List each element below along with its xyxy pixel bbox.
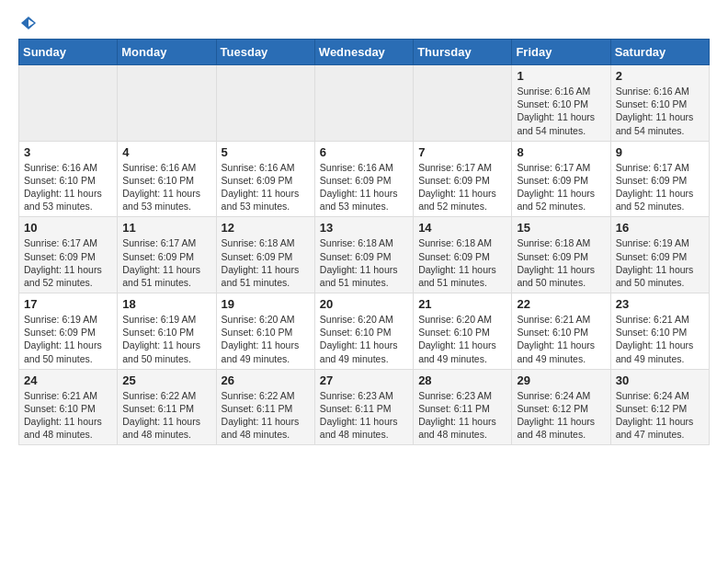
day-number: 3 [24, 145, 112, 159]
day-number: 30 [616, 373, 704, 387]
calendar-cell: 8Sunrise: 6:17 AMSunset: 6:09 PMDaylight… [512, 141, 610, 217]
cell-info: Sunrise: 6:23 AMSunset: 6:11 PMDaylight:… [320, 389, 408, 442]
calendar-cell: 9Sunrise: 6:17 AMSunset: 6:09 PMDaylight… [610, 141, 709, 217]
day-number: 19 [222, 297, 310, 311]
calendar-cell: 11Sunrise: 6:17 AMSunset: 6:09 PMDayligh… [118, 217, 216, 293]
day-number: 7 [418, 145, 506, 159]
day-number: 4 [122, 145, 210, 159]
cell-info: Sunrise: 6:23 AMSunset: 6:11 PMDaylight:… [418, 389, 506, 442]
calendar-cell: 12Sunrise: 6:18 AMSunset: 6:09 PMDayligh… [216, 217, 314, 293]
calendar-cell: 16Sunrise: 6:19 AMSunset: 6:09 PMDayligh… [610, 217, 709, 293]
calendar-cell: 25Sunrise: 6:22 AMSunset: 6:11 PMDayligh… [118, 369, 216, 445]
calendar-cell: 7Sunrise: 6:17 AMSunset: 6:09 PMDaylight… [414, 141, 512, 217]
day-number: 10 [24, 221, 112, 235]
calendar-cell: 6Sunrise: 6:16 AMSunset: 6:09 PMDaylight… [314, 141, 413, 217]
cell-info: Sunrise: 6:17 AMSunset: 6:09 PMDaylight:… [122, 236, 210, 289]
cell-info: Sunrise: 6:20 AMSunset: 6:10 PMDaylight:… [320, 313, 408, 365]
cell-info: Sunrise: 6:18 AMSunset: 6:09 PMDaylight:… [222, 236, 310, 289]
calendar-week-row: 3Sunrise: 6:16 AMSunset: 6:10 PMDaylight… [19, 141, 710, 217]
calendar-week-row: 17Sunrise: 6:19 AMSunset: 6:09 PMDayligh… [19, 293, 710, 370]
cell-info: Sunrise: 6:21 AMSunset: 6:10 PMDaylight:… [24, 389, 112, 442]
calendar-cell [118, 65, 216, 142]
weekday-header-row: SundayMondayTuesdayWednesdayThursdayFrid… [19, 40, 710, 65]
cell-info: Sunrise: 6:19 AMSunset: 6:09 PMDaylight:… [24, 313, 112, 365]
day-number: 13 [320, 221, 408, 235]
cell-info: Sunrise: 6:16 AMSunset: 6:09 PMDaylight:… [320, 161, 408, 213]
logo [18, 15, 37, 31]
day-number: 22 [517, 297, 605, 311]
calendar-cell [216, 65, 314, 142]
day-number: 18 [122, 297, 210, 311]
cell-info: Sunrise: 6:22 AMSunset: 6:11 PMDaylight:… [122, 389, 210, 442]
day-number: 27 [320, 373, 408, 387]
cell-info: Sunrise: 6:19 AMSunset: 6:09 PMDaylight:… [616, 236, 704, 289]
calendar-cell: 29Sunrise: 6:24 AMSunset: 6:12 PMDayligh… [512, 369, 610, 445]
cell-info: Sunrise: 6:19 AMSunset: 6:10 PMDaylight:… [122, 313, 210, 365]
calendar-cell: 28Sunrise: 6:23 AMSunset: 6:11 PMDayligh… [414, 369, 512, 445]
calendar-cell: 15Sunrise: 6:18 AMSunset: 6:09 PMDayligh… [512, 217, 610, 293]
logo-icon [20, 15, 37, 31]
calendar-cell: 24Sunrise: 6:21 AMSunset: 6:10 PMDayligh… [19, 369, 118, 445]
calendar-cell: 14Sunrise: 6:18 AMSunset: 6:09 PMDayligh… [414, 217, 512, 293]
calendar-week-row: 10Sunrise: 6:17 AMSunset: 6:09 PMDayligh… [19, 217, 710, 293]
day-number: 21 [418, 297, 506, 311]
calendar-cell: 20Sunrise: 6:20 AMSunset: 6:10 PMDayligh… [314, 293, 413, 370]
weekday-header-tuesday: Tuesday [216, 40, 314, 65]
day-number: 11 [122, 221, 210, 235]
calendar-cell: 1Sunrise: 6:16 AMSunset: 6:10 PMDaylight… [512, 65, 610, 142]
calendar-cell: 3Sunrise: 6:16 AMSunset: 6:10 PMDaylight… [19, 141, 118, 217]
day-number: 6 [320, 145, 408, 159]
calendar-cell: 18Sunrise: 6:19 AMSunset: 6:10 PMDayligh… [118, 293, 216, 370]
weekday-header-wednesday: Wednesday [314, 40, 413, 65]
weekday-header-saturday: Saturday [610, 40, 709, 65]
day-number: 25 [122, 373, 210, 387]
cell-info: Sunrise: 6:16 AMSunset: 6:10 PMDaylight:… [24, 161, 112, 213]
calendar-cell: 30Sunrise: 6:24 AMSunset: 6:12 PMDayligh… [610, 369, 709, 445]
weekday-header-monday: Monday [118, 40, 216, 65]
calendar-cell: 19Sunrise: 6:20 AMSunset: 6:10 PMDayligh… [216, 293, 314, 370]
day-number: 16 [616, 221, 704, 235]
day-number: 8 [517, 145, 605, 159]
cell-info: Sunrise: 6:16 AMSunset: 6:09 PMDaylight:… [222, 161, 310, 213]
weekday-header-sunday: Sunday [19, 40, 118, 65]
cell-info: Sunrise: 6:17 AMSunset: 6:09 PMDaylight:… [616, 161, 704, 213]
calendar-week-row: 1Sunrise: 6:16 AMSunset: 6:10 PMDaylight… [19, 65, 710, 142]
calendar-cell: 13Sunrise: 6:18 AMSunset: 6:09 PMDayligh… [314, 217, 413, 293]
calendar-cell: 2Sunrise: 6:16 AMSunset: 6:10 PMDaylight… [610, 65, 709, 142]
cell-info: Sunrise: 6:16 AMSunset: 6:10 PMDaylight:… [517, 85, 605, 137]
cell-info: Sunrise: 6:17 AMSunset: 6:09 PMDaylight:… [418, 161, 506, 213]
cell-info: Sunrise: 6:21 AMSunset: 6:10 PMDaylight:… [616, 313, 704, 365]
calendar-cell: 10Sunrise: 6:17 AMSunset: 6:09 PMDayligh… [19, 217, 118, 293]
calendar-cell: 26Sunrise: 6:22 AMSunset: 6:11 PMDayligh… [216, 369, 314, 445]
calendar-cell: 21Sunrise: 6:20 AMSunset: 6:10 PMDayligh… [414, 293, 512, 370]
day-number: 14 [418, 221, 506, 235]
calendar-cell [19, 65, 118, 142]
day-number: 26 [222, 373, 310, 387]
day-number: 17 [24, 297, 112, 311]
cell-info: Sunrise: 6:17 AMSunset: 6:09 PMDaylight:… [24, 236, 112, 289]
day-number: 5 [222, 145, 310, 159]
day-number: 2 [616, 69, 704, 83]
cell-info: Sunrise: 6:20 AMSunset: 6:10 PMDaylight:… [222, 313, 310, 365]
page: SundayMondayTuesdayWednesdayThursdayFrid… [0, 0, 728, 464]
day-number: 9 [616, 145, 704, 159]
calendar-cell: 27Sunrise: 6:23 AMSunset: 6:11 PMDayligh… [314, 369, 413, 445]
day-number: 15 [517, 221, 605, 235]
calendar-cell: 17Sunrise: 6:19 AMSunset: 6:09 PMDayligh… [19, 293, 118, 370]
calendar-cell: 5Sunrise: 6:16 AMSunset: 6:09 PMDaylight… [216, 141, 314, 217]
day-number: 28 [418, 373, 506, 387]
cell-info: Sunrise: 6:17 AMSunset: 6:09 PMDaylight:… [517, 161, 605, 213]
calendar-cell: 23Sunrise: 6:21 AMSunset: 6:10 PMDayligh… [610, 293, 709, 370]
weekday-header-thursday: Thursday [414, 40, 512, 65]
day-number: 24 [24, 373, 112, 387]
cell-info: Sunrise: 6:18 AMSunset: 6:09 PMDaylight:… [320, 236, 408, 289]
day-number: 23 [616, 297, 704, 311]
calendar-cell: 22Sunrise: 6:21 AMSunset: 6:10 PMDayligh… [512, 293, 610, 370]
header [18, 15, 710, 31]
day-number: 29 [517, 373, 605, 387]
cell-info: Sunrise: 6:24 AMSunset: 6:12 PMDaylight:… [616, 389, 704, 442]
calendar-cell: 4Sunrise: 6:16 AMSunset: 6:10 PMDaylight… [118, 141, 216, 217]
day-number: 20 [320, 297, 408, 311]
calendar-week-row: 24Sunrise: 6:21 AMSunset: 6:10 PMDayligh… [19, 369, 710, 445]
cell-info: Sunrise: 6:18 AMSunset: 6:09 PMDaylight:… [517, 236, 605, 289]
